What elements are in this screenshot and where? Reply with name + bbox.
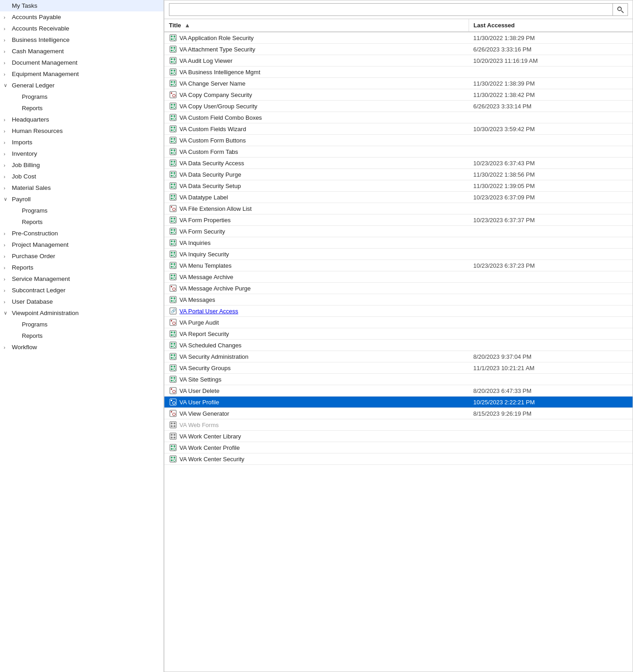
table-row[interactable]: VA Message Archive Purge	[164, 283, 633, 294]
item-label: VA Form Security	[179, 228, 225, 235]
svg-point-216	[173, 322, 175, 325]
sidebar-item-material-sales-16[interactable]: ›Material Sales	[0, 182, 163, 193]
table-row[interactable]: VA Custom Form Buttons	[164, 135, 633, 146]
table-row[interactable]: VA Copy Company Security11/30/2022 1:38:…	[164, 89, 633, 101]
table-row[interactable]: VA Custom Form Tabs	[164, 146, 633, 158]
sidebar-item-programs-18[interactable]: Programs	[0, 205, 163, 216]
sidebar-item-cash-management-4[interactable]: ›Cash Management	[0, 46, 163, 57]
table-row[interactable]: VA Datatype Label10/23/2023 6:37:09 PM	[164, 192, 633, 203]
table-row[interactable]: VA Copy User/Group Security6/26/2023 3:3…	[164, 101, 633, 112]
sidebar-item-reports-29[interactable]: Reports	[0, 330, 163, 341]
svg-rect-224	[171, 334, 173, 336]
svg-rect-300	[171, 448, 173, 450]
table-row[interactable]: VA Inquiry Security	[164, 249, 633, 260]
item-last-accessed: 11/30/2022 1:38:42 PM	[469, 89, 633, 101]
sidebar-item-payroll-17[interactable]: ∨Payroll	[0, 193, 163, 205]
table-row[interactable]: VA Business Intelligence Mgmt	[164, 66, 633, 78]
table-row[interactable]: VA Security Groups11/1/2023 10:21:21 AM	[164, 362, 633, 374]
table-row[interactable]: VA Security Administration8/20/2023 9:37…	[164, 351, 633, 362]
column-header-last-accessed[interactable]: Last Accessed	[469, 19, 633, 32]
sidebar-item-business-intelligence-3[interactable]: ›Business Intelligence	[0, 34, 163, 46]
column-header-title[interactable]: Title ▲	[164, 19, 469, 32]
item-last-accessed	[469, 271, 633, 283]
search-button[interactable]	[613, 3, 628, 16]
table-row[interactable]: VA Web Forms	[164, 419, 633, 431]
main-panel: Title ▲ Last Accessed VA Application Rol…	[164, 0, 633, 672]
sidebar-item-reports-19[interactable]: Reports	[0, 216, 163, 228]
table-row[interactable]: VA Audit Log Viewer10/20/2023 11:16:19 A…	[164, 55, 633, 66]
sidebar-item-headquarters-10[interactable]: ›Headquarters	[0, 114, 163, 125]
sidebar-item-job-billing-14[interactable]: ›Job Billing	[0, 159, 163, 171]
sidebar-item-inventory-13[interactable]: ›Inventory	[0, 148, 163, 159]
sidebar-item-viewpoint-administration-27[interactable]: ∨Viewpoint Administration	[0, 307, 163, 319]
table-row[interactable]: 🔗 VA Portal User Access	[164, 305, 633, 317]
table-row[interactable]: VA Message Archive	[164, 271, 633, 283]
sidebar-item-purchase-order-22[interactable]: ›Purchase Order	[0, 250, 163, 262]
table-row[interactable]: VA View Generator8/15/2023 9:26:19 PM	[164, 408, 633, 419]
svg-rect-57	[171, 107, 173, 108]
table-row[interactable]: VA Purge Audit	[164, 317, 633, 328]
sidebar-item-project-management-21[interactable]: ›Project Management	[0, 239, 163, 250]
table-row[interactable]: VA Scheduled Changes	[164, 340, 633, 351]
svg-rect-100	[171, 161, 173, 163]
table-row[interactable]: VA Data Security Setup11/30/2022 1:39:05…	[164, 180, 633, 192]
table-row[interactable]: VA Work Center Library	[164, 431, 633, 442]
table-row[interactable]: VA User Profile10/25/2023 2:22:21 PM	[164, 397, 633, 408]
table-row[interactable]: VA Report Security	[164, 328, 633, 340]
item-title-cell: VA Purge Audit	[164, 317, 469, 328]
item-label: VA Message Archive	[179, 274, 233, 280]
sidebar-item-pre-construction-20[interactable]: ›Pre-Construction	[0, 228, 163, 239]
sidebar-item-label: Purchase Order	[12, 253, 55, 260]
chevron-icon: ›	[4, 254, 10, 259]
chevron-icon: ›	[4, 299, 10, 305]
table-row[interactable]: VA Work Center Security	[164, 453, 633, 465]
sidebar-item-imports-12[interactable]: ›Imports	[0, 137, 163, 148]
table-row[interactable]: VA Form Security	[164, 226, 633, 237]
sidebar-item-equipment-management-6[interactable]: ›Equipment Management	[0, 68, 163, 80]
table-row[interactable]: VA Menu Templates10/23/2023 6:37:23 PM	[164, 260, 633, 271]
sidebar-item-label: Accounts Receivable	[12, 25, 69, 32]
table-row[interactable]: VA Work Center Profile	[164, 442, 633, 453]
sidebar[interactable]: My Tasks›Accounts Payable›Accounts Recei…	[0, 0, 164, 672]
link-icon: 🔗	[169, 307, 177, 315]
table-row[interactable]: VA Site Settings	[164, 374, 633, 385]
sidebar-item-job-cost-15[interactable]: ›Job Cost	[0, 171, 163, 182]
table-row[interactable]: VA Data Security Purge11/30/2022 1:38:56…	[164, 169, 633, 180]
item-last-accessed: 10/23/2023 6:37:09 PM	[469, 192, 633, 203]
table-row[interactable]: VA Messages	[164, 294, 633, 305]
sidebar-item-my-tasks-0[interactable]: My Tasks	[0, 0, 163, 11]
sidebar-item-human-resources-11[interactable]: ›Human Resources	[0, 125, 163, 137]
sidebar-item-document-management-5[interactable]: ›Document Management	[0, 57, 163, 68]
table-row[interactable]: VA Data Security Access10/23/2023 6:37:4…	[164, 158, 633, 169]
svg-rect-66	[171, 118, 173, 120]
sidebar-item-general-ledger-7[interactable]: ∨General Ledger	[0, 80, 163, 91]
item-label: VA Custom Fields Wizard	[179, 126, 246, 132]
table-row[interactable]: VA Custom Field Combo Boxes	[164, 112, 633, 123]
table-row[interactable]: VA Custom Fields Wizard10/30/2023 3:59:4…	[164, 123, 633, 135]
sidebar-item-user-database-26[interactable]: ›User Database	[0, 296, 163, 307]
table-row[interactable]: VA File Extension Allow List	[164, 203, 633, 214]
item-last-accessed	[469, 328, 633, 340]
chevron-icon: ›	[4, 242, 10, 248]
sidebar-item-workflow-30[interactable]: ›Workflow	[0, 341, 163, 353]
sidebar-item-reports-9[interactable]: Reports	[0, 102, 163, 114]
sidebar-item-reports-23[interactable]: ›Reports	[0, 262, 163, 273]
sidebar-item-subcontract-ledger-25[interactable]: ›Subcontract Ledger	[0, 285, 163, 296]
sidebar-item-accounts-receivable-2[interactable]: ›Accounts Receivable	[0, 23, 163, 34]
search-input[interactable]	[169, 3, 613, 16]
svg-rect-171	[174, 252, 175, 254]
sidebar-item-accounts-payable-1[interactable]: ›Accounts Payable	[0, 11, 163, 23]
sidebar-item-service-management-24[interactable]: ›Service Management	[0, 273, 163, 285]
table-row[interactable]: VA Application Role Security11/30/2022 1…	[164, 32, 633, 44]
table-row[interactable]: VA Change Server Name11/30/2022 1:38:39 …	[164, 78, 633, 89]
sidebar-item-programs-28[interactable]: Programs	[0, 319, 163, 330]
sidebar-item-programs-8[interactable]: Programs	[0, 91, 163, 102]
table-row[interactable]: VA Form Properties10/23/2023 6:37:37 PM	[164, 214, 633, 226]
table-row[interactable]: VA Attachment Type Security6/26/2023 3:3…	[164, 44, 633, 55]
svg-rect-181	[171, 266, 173, 268]
table-row[interactable]: VA Inquiries	[164, 237, 633, 249]
items-table: Title ▲ Last Accessed VA Application Rol…	[164, 19, 633, 465]
svg-rect-296	[174, 437, 175, 438]
gear-icon	[169, 68, 177, 76]
table-row[interactable]: VA User Delete8/20/2023 6:47:33 PM	[164, 385, 633, 397]
